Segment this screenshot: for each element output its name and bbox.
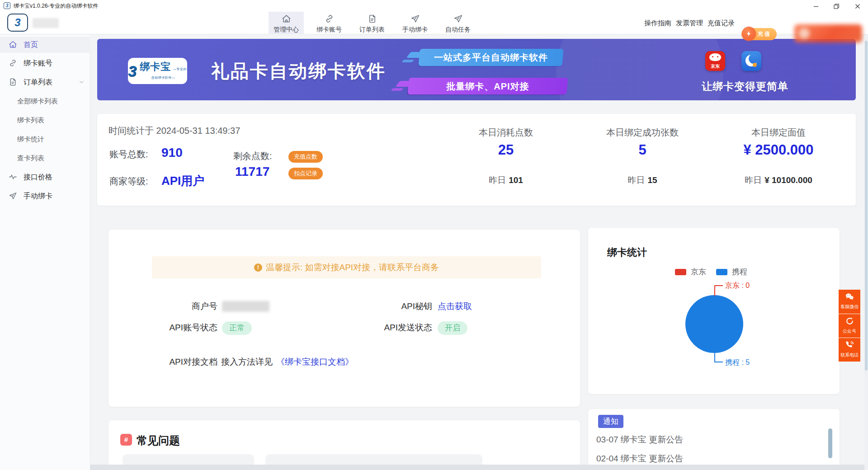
app-logo-icon: 3 xyxy=(4,2,10,9)
ctrip-app-icon xyxy=(741,51,761,71)
tab-label: 订单列表 xyxy=(354,26,390,34)
tab-auto-tasks[interactable]: 自动任务 xyxy=(440,12,476,34)
logo-glyph: 3 xyxy=(128,62,137,80)
legend-swatch-ctrip[interactable] xyxy=(716,269,727,275)
pie-label-ctrip: 携程 : 5 xyxy=(725,358,750,367)
app-window: 3 绑卡宝v1.0.26-专业的自动绑卡软件 3 管理中心 绑卡账号 订单列表 xyxy=(0,0,868,470)
jd-dog-face xyxy=(709,53,721,61)
avatar xyxy=(799,28,810,39)
home-icon xyxy=(9,40,17,49)
sidebar-item-api-prices[interactable]: 接口价格 xyxy=(0,169,90,185)
merchant-level-value: API用户 xyxy=(161,173,204,189)
tab-order-list[interactable]: 订单列表 xyxy=(354,12,390,34)
phone-icon xyxy=(845,340,854,350)
stat-prev: 昨日101 xyxy=(434,174,578,186)
stat-col-success-count: 本日绑定成功张数 5 昨日15 xyxy=(570,114,715,206)
banner-logo: 3 绑卡宝 —专业的自动绑卡软件— xyxy=(128,58,187,84)
sidebar-item-card-query-list[interactable]: 查卡列表 xyxy=(0,150,90,166)
points-label: 剩余点数: xyxy=(233,150,272,162)
stat-prev: 昨日¥ 10100.000 xyxy=(706,174,851,186)
points-value: 11717 xyxy=(235,164,269,179)
window-title: 绑卡宝v1.0.26-专业的自动绑卡软件 xyxy=(14,0,98,12)
sidebar-item-manual-binding[interactable]: 手动绑卡 xyxy=(0,188,90,204)
tab-manual-binding[interactable]: 手动绑卡 xyxy=(397,12,433,34)
notice-item[interactable]: 03-07 绑卡宝 更新公告 xyxy=(596,434,683,446)
recharge-label: 充值 xyxy=(758,28,771,40)
send-icon xyxy=(453,14,463,24)
sidebar-item-all-binding-list[interactable]: 全部绑卡列表 xyxy=(0,93,90,109)
api-doc-link[interactable]: 《绑卡宝接口文档》 xyxy=(276,357,354,367)
sidebar-item-home[interactable]: 首页 xyxy=(0,37,90,53)
sidebar-item-order-list[interactable]: 订单列表 xyxy=(0,74,90,90)
stats-card: 时间统计于 2024-05-31 13:49:37 账号总数: 910 商家等级… xyxy=(97,114,856,206)
wechat-icon xyxy=(845,292,854,301)
tab-management-center[interactable]: 管理中心 xyxy=(269,12,304,34)
link-recharge-records[interactable]: 充值记录 xyxy=(708,19,735,28)
wechat-support-button[interactable]: 客服微信 xyxy=(839,290,860,314)
api-panel-card: ! 温馨提示: 如需对接API对接，请联系平台商务 商户号 API秘钥 点击获取… xyxy=(108,230,580,407)
minimize-button[interactable] xyxy=(808,0,824,12)
send-icon xyxy=(9,192,17,200)
official-account-button[interactable]: 公众号 xyxy=(839,314,860,338)
stat-label: 本日绑定成功张数 xyxy=(570,127,715,139)
close-button[interactable] xyxy=(850,0,865,12)
sidebar-label: 绑卡统计 xyxy=(17,131,44,147)
sidebar: 首页 绑卡账号 订单列表 全部绑卡列表 绑卡列表 绑卡统计 查卡列表 接口价格 xyxy=(0,35,90,470)
contact-phone-button[interactable]: 联系电话 xyxy=(839,338,860,362)
warm-tip-alert: ! 温馨提示: 如需对接API对接，请联系平台商务 xyxy=(152,256,541,278)
header-links: 操作指南 发票管理 充值记录 xyxy=(644,12,735,34)
recharge-button[interactable]: 充值 xyxy=(741,28,777,40)
merchant-no-label: 商户号 xyxy=(152,300,217,313)
float-label: 联系电话 xyxy=(839,352,860,358)
deduct-record-button[interactable]: 扣点记录 xyxy=(288,168,323,179)
official-account-icon xyxy=(845,316,854,326)
link-icon xyxy=(325,14,334,24)
faq-title: 常见问题 xyxy=(137,433,180,448)
stat-value: ¥ 2500.000 xyxy=(706,142,851,158)
document-icon xyxy=(9,78,17,86)
sidebar-item-binding-stats[interactable]: 绑卡统计 xyxy=(0,131,90,147)
legend-swatch-jd[interactable] xyxy=(675,269,686,275)
account-info-redacted[interactable] xyxy=(794,24,862,42)
status-row: API账号状态 正常 API发送状态 开启 xyxy=(152,321,541,334)
pulse-icon xyxy=(9,173,17,181)
recharge-points-button[interactable]: 充值点数 xyxy=(288,151,323,163)
tab-card-accounts[interactable]: 绑卡账号 xyxy=(311,12,347,34)
faq-card: # 常见问题 xyxy=(108,420,580,470)
top-navigation: 管理中心 绑卡账号 订单列表 手动绑卡 自动任务 xyxy=(269,12,476,34)
sidebar-item-card-accounts[interactable]: 绑卡账号 xyxy=(0,55,90,71)
merchant-level-label: 商家等级: xyxy=(109,175,148,188)
link-operation-guide[interactable]: 操作指南 xyxy=(644,19,671,28)
content-cutoff-band xyxy=(90,465,864,470)
pie-chart[interactable] xyxy=(685,295,743,353)
document-icon xyxy=(368,14,377,24)
tab-label: 自动任务 xyxy=(440,26,476,34)
account-total-label: 账号总数: xyxy=(109,148,148,160)
legend-label-jd[interactable]: 京东 xyxy=(691,267,706,277)
stat-value: 25 xyxy=(434,142,578,158)
legend-label-ctrip[interactable]: 携程 xyxy=(732,267,747,277)
stats-timestamp: 时间统计于 2024-05-31 13:49:37 xyxy=(108,125,240,137)
notice-scrollbar[interactable] xyxy=(828,428,832,458)
banner-badge-bottom: 批量绑卡、API对接 xyxy=(407,78,568,94)
notice-item[interactable]: 02-04 绑卡宝 更新公告 xyxy=(596,453,683,465)
doc-prefix: 接入方法详见 xyxy=(221,357,273,367)
sidebar-label: 订单列表 xyxy=(24,74,52,90)
account-total-value: 910 xyxy=(161,146,183,160)
link-icon xyxy=(9,59,17,67)
titlebar: 3 绑卡宝v1.0.26-专业的自动绑卡软件 xyxy=(0,0,868,12)
page-scrollbar-thumb[interactable] xyxy=(865,41,868,371)
doc-row: API对接文档 接入方法详见《绑卡宝接口文档》 xyxy=(152,355,541,369)
pie-leader-jd xyxy=(714,285,715,296)
header: 3 管理中心 绑卡账号 订单列表 手动绑卡 自动任务 xyxy=(0,12,868,34)
sidebar-label: 查卡列表 xyxy=(17,150,44,166)
sidebar-label: 全部绑卡列表 xyxy=(17,93,58,109)
link-invoice-management[interactable]: 发票管理 xyxy=(676,19,703,28)
api-secret-link[interactable]: 点击获取 xyxy=(438,300,472,313)
restore-button[interactable] xyxy=(829,0,844,12)
sidebar-item-binding-list[interactable]: 绑卡列表 xyxy=(0,112,90,128)
account-status-label: API账号状态 xyxy=(152,321,217,334)
stat-label: 本日绑定面值 xyxy=(706,127,851,139)
banner-title: 礼品卡自动绑卡软件 xyxy=(211,59,386,84)
sidebar-label: 接口价格 xyxy=(24,169,52,185)
